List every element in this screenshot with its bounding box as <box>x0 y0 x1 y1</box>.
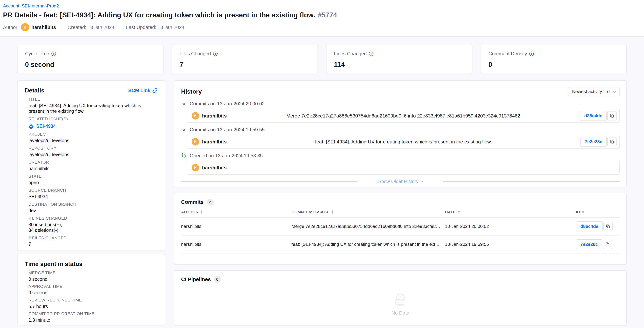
detail-field-project: PROJECT levelops/ui-levelops <box>28 132 158 143</box>
pr-meta-row: Author: H harshilbits Created: 13 Jan 20… <box>3 23 640 31</box>
info-icon[interactable] <box>52 52 56 56</box>
column-header-author[interactable]: AUTHOR <box>181 210 292 214</box>
avatar: H <box>192 164 199 171</box>
sort-arrows-icon <box>331 210 334 214</box>
commit-table-row: harshilbits feat: [SEI-4934]: Adding UX … <box>181 236 620 253</box>
chevron-down-icon <box>420 180 423 182</box>
commit-message: feat: [SEI-4934]: Adding UX for creating… <box>226 139 580 145</box>
scm-link[interactable]: SCM Link <box>128 88 158 93</box>
metric-label: Lines Changed <box>334 51 367 57</box>
commit-date: 13-Jan-2024 19:59:55 <box>445 242 576 247</box>
avatar: H <box>192 138 199 146</box>
copy-icon[interactable] <box>607 111 617 121</box>
column-header-id[interactable]: ID <box>576 210 620 214</box>
metric-card-comment-density: Comment Density 0 <box>481 44 627 74</box>
git-commit-icon <box>181 101 187 107</box>
time-spent-panel: Time spent in status MERGE TIME 0 second… <box>17 254 165 326</box>
commits-count-badge: 2 <box>206 198 214 206</box>
history-event-card: H harshilbits <box>187 161 620 175</box>
ci-pipelines-panel: CI Pipelines 0 No Data <box>174 270 627 326</box>
metric-card-lines-changed: Lines Changed 114 <box>326 44 472 74</box>
sort-arrows-icon <box>200 210 203 214</box>
git-pull-request-icon <box>181 153 187 159</box>
history-event-label: Opened on 13-Jan-2024 19:58:35 <box>190 153 263 159</box>
avatar: H <box>192 112 199 120</box>
divider <box>443 181 620 182</box>
detail-field-lines-changed: # LINES CHANGED 80 insertions(+), 34 del… <box>28 216 158 233</box>
copy-icon[interactable] <box>603 240 612 249</box>
history-event-label: Commits on 13-Jan-2024 20:00:02 <box>190 101 264 107</box>
created-date: Created: 13 Jan 2024 <box>68 24 114 30</box>
column-header-commit-message[interactable]: COMMIT MESSAGE <box>292 210 445 214</box>
detail-field-title: TITLE feat: [SEI-4934]: Adding UX for cr… <box>28 97 158 114</box>
show-older-label: Show Older History <box>378 179 418 184</box>
commit-hash-button[interactable]: d86c4de <box>576 221 603 231</box>
author-label: Author: <box>3 24 19 30</box>
divider <box>120 24 120 31</box>
commit-message: Merge 7e2e28ce17a27a888e530754dd6ad21609… <box>226 113 580 119</box>
detail-field-files-changed: # FILES CHANGED 7 <box>28 236 158 247</box>
metric-value: 114 <box>334 61 464 69</box>
pr-number: #5774 <box>318 11 337 19</box>
ci-pipelines-count-badge: 0 <box>214 276 221 283</box>
commit-hash-button[interactable]: 7e2e28c <box>580 137 607 147</box>
copy-icon[interactable] <box>604 222 613 231</box>
detail-field-tags: TAGS <box>28 250 158 251</box>
history-event-commit-1: Commits on 13-Jan-2024 20:00:02 H harshi… <box>181 101 620 123</box>
commit-hash-button[interactable]: d86c4de <box>580 111 607 121</box>
author-name: harshilbits <box>202 113 226 119</box>
detail-field-related-issues: RELATED ISSUE(S) SEI-4934 <box>28 117 158 129</box>
history-heading: History <box>181 88 202 95</box>
info-icon[interactable] <box>529 52 534 56</box>
metric-value: 7 <box>180 61 310 69</box>
commit-date: 13-Jan-2024 20:00:02 <box>445 224 576 229</box>
commit-author: harshilbits <box>181 224 292 229</box>
detail-field-creator: CREATOR harshilbits <box>28 160 158 171</box>
metric-card-cycle-time: Cycle Time 0 second <box>17 44 164 74</box>
history-panel: History Newest activity first <box>174 80 627 187</box>
metric-label: Comment Density <box>488 51 527 57</box>
metric-value: 0 second <box>25 61 156 69</box>
commit-table-row: harshilbits Merge 7e2e28ce17a27a888e5307… <box>181 218 620 236</box>
inbox-icon <box>392 291 408 308</box>
commit-message: Merge 7e2e28ce17a27a888e530754dd6ad21609… <box>292 224 445 229</box>
detail-field-state: STATE open <box>28 174 158 185</box>
page-header: Account: SEI-Internal-Prod2 PR Details -… <box>0 0 644 37</box>
link-icon <box>152 88 158 93</box>
divider <box>62 24 62 31</box>
no-data-label: No Data <box>392 310 409 316</box>
column-header-date[interactable]: DATE <box>445 210 576 214</box>
divider <box>181 181 358 182</box>
author-name: harshilbits <box>32 24 56 30</box>
account-breadcrumb-link[interactable]: Account: SEI-Internal-Prod2 <box>3 3 59 8</box>
metrics-row: Cycle Time 0 second Files Changed 7 Line… <box>17 44 627 74</box>
issue-diamond-icon <box>28 124 34 129</box>
commits-table-header: AUTHOR COMMIT MESSAGE DATE ID <box>181 210 620 218</box>
commit-hash-button[interactable]: 7e2e28c <box>576 239 602 249</box>
detail-field-destination-branch: DESTINATION BRANCH dev <box>28 202 158 213</box>
sort-desc-icon <box>458 210 460 214</box>
info-icon[interactable] <box>369 52 374 56</box>
history-event-opened: Opened on 13-Jan-2024 19:58:35 H harshil… <box>181 153 620 175</box>
page-title: PR Details - feat: [SEI-4934]: Adding UX… <box>3 11 640 19</box>
metric-card-files-changed: Files Changed 7 <box>172 44 318 74</box>
show-older-history-button[interactable]: Show Older History <box>378 179 422 184</box>
commits-heading: Commits <box>181 199 204 205</box>
time-spent-heading: Time spent in status <box>25 261 158 268</box>
commit-message: feat: [SEI-4934]: Adding UX for creating… <box>292 242 445 247</box>
ci-pipelines-heading: CI Pipelines <box>181 276 211 282</box>
author-name: harshilbits <box>202 165 226 171</box>
copy-icon[interactable] <box>607 137 617 147</box>
ci-empty-state: No Data <box>181 287 620 320</box>
author-avatar: H <box>21 23 29 31</box>
info-icon[interactable] <box>213 52 218 56</box>
details-panel: Details SCM Link <box>17 80 165 251</box>
metric-label: Files Changed <box>180 51 211 57</box>
history-sort-dropdown[interactable]: Newest activity first <box>568 87 620 96</box>
related-issue-link[interactable]: SEI-4934 <box>28 124 56 129</box>
chevron-down-icon <box>613 89 616 92</box>
scm-link-label: SCM Link <box>128 88 150 93</box>
time-field-review-response: REVIEW RESPONSE TIME 5.7 hours <box>28 298 158 309</box>
detail-field-repository: REPOSITORY levelops/ui-levelops <box>28 146 158 157</box>
page-content: Cycle Time 0 second Files Changed 7 Line… <box>0 37 644 326</box>
